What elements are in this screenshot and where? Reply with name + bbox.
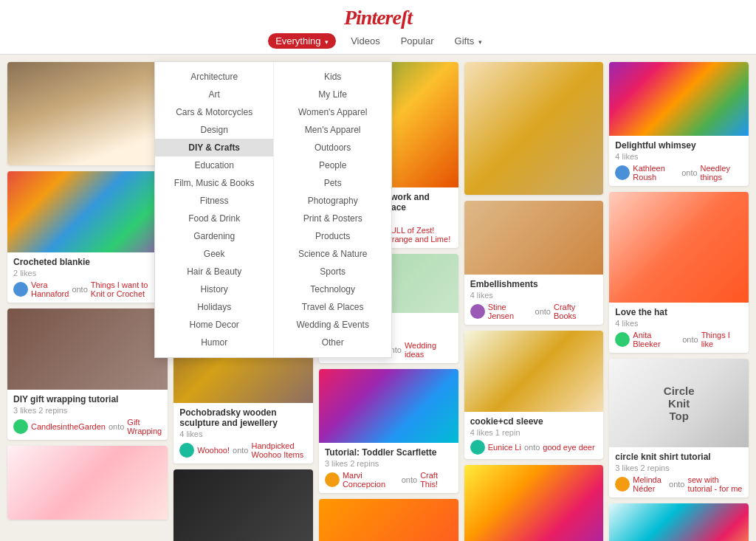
pin-flower-bow-image <box>7 446 168 520</box>
dropdown-gardening[interactable]: Gardening <box>155 227 273 245</box>
pin-diy-wrap-likes: 3 likes 2 repins <box>13 406 162 415</box>
dropdown-film[interactable]: Film, Music & Books <box>155 174 273 192</box>
dropdown-hair[interactable]: Hair & Beauty <box>155 263 273 280</box>
dropdown-photography[interactable]: Photography <box>274 192 391 210</box>
dropdown-wedding[interactable]: Wedding & Events <box>274 316 391 334</box>
pin-col3-bottom[interactable] <box>319 499 458 541</box>
dropdown-sports[interactable]: Sports <box>274 263 391 280</box>
cookies-onto: onto <box>524 443 540 452</box>
pin-crochet[interactable]: Crocheted blankie 2 likes Vera Hannaford… <box>7 171 168 303</box>
pin-delightful-board[interactable]: Needley things <box>701 164 743 182</box>
pin-cookies-username[interactable]: Eunice Li <box>488 443 521 452</box>
nav-everything[interactable]: Everything ▾ <box>268 33 336 49</box>
pin-toddler-username[interactable]: Marvi Concepcion <box>343 471 399 489</box>
pin-sunflower-board[interactable]: FULL of Zest! Orange and Lime! <box>385 226 452 244</box>
pin-embellishments-likes: 4 likes <box>470 291 598 300</box>
pin-yeah-board[interactable]: Wedding ideas <box>405 341 453 359</box>
nav-gifts[interactable]: Gifts ▾ <box>449 32 488 49</box>
dropdown-architecture[interactable]: Architecture <box>155 68 273 86</box>
pin-col3-bottom-image <box>319 499 458 541</box>
pin-love-hat-board[interactable]: Things I like <box>701 331 743 348</box>
dropdown-education[interactable]: Education <box>155 156 273 174</box>
pin-diy-wrap-user: CandlesintheGarden onto Gift Wrapping <box>13 418 162 435</box>
dropdown-holidays[interactable]: Holidays <box>155 298 273 316</box>
pin-love-hat[interactable]: Love the hat 4 likes Anita Bleeker onto … <box>609 192 749 353</box>
ck-onto: onto <box>669 480 684 489</box>
pin-baby[interactable] <box>7 62 168 165</box>
pin-love-hat-image <box>609 192 749 303</box>
dropdown-humor[interactable]: Humor <box>155 334 273 351</box>
pin-cookies-board[interactable]: good eye deer <box>543 443 594 452</box>
pin-circle-knit-user: Melinda Néder onto sew with tutorial - f… <box>615 475 743 493</box>
dropdown-science[interactable]: Science & Nature <box>274 245 391 263</box>
dropdown-kids[interactable]: Kids <box>274 68 391 86</box>
dropdown-travel[interactable]: Travel & Places <box>274 298 391 316</box>
pin-crochet-username[interactable]: Vera Hannaford <box>31 280 69 298</box>
pin-toddler-likes: 3 likes 2 repins <box>325 459 453 468</box>
pin-wooden-sculp-username[interactable]: Woohoo! <box>197 446 230 455</box>
pin-delightful-username[interactable]: Kathleen Roush <box>633 164 678 182</box>
pin-embellishments-username[interactable]: Stine Jensen <box>488 303 532 320</box>
dropdown-home[interactable]: Home Decor <box>155 316 273 334</box>
pin-delightful-avatar <box>615 165 630 180</box>
dropdown-outdoors[interactable]: Outdoors <box>274 139 391 156</box>
pin-wooden-sculp-info: Pochobradsky wooden sculpture and jewell… <box>173 403 313 464</box>
pin-delightful-user: Kathleen Roush onto Needley things <box>615 164 743 182</box>
pin-toddler[interactable]: Tutorial: Toddler Scarflette 3 likes 2 r… <box>319 369 458 493</box>
dropdown-food[interactable]: Food & Drink <box>155 210 273 227</box>
dropdown-mens[interactable]: Men's Apparel <box>274 121 391 139</box>
hat-onto: onto <box>682 335 698 344</box>
dropdown-design[interactable]: Design <box>155 121 273 139</box>
pin-crochet-board[interactable]: Things I want to Knit or Crochet <box>91 280 162 298</box>
pin-toddler-info: Tutorial: Toddler Scarflette 3 likes 2 r… <box>319 443 458 493</box>
dropdown-print[interactable]: Print & Posters <box>274 210 391 227</box>
dropdown-pets[interactable]: Pets <box>274 174 391 192</box>
pin-embellishments[interactable]: Embellishments 4 likes Stine Jensen onto… <box>464 201 604 325</box>
pin-diy-wrap-board[interactable]: Gift Wrapping <box>127 418 162 435</box>
dropdown-mylife[interactable]: My Life <box>274 86 391 103</box>
dropdown-fitness[interactable]: Fitness <box>155 192 273 210</box>
dropdown-col-2: Kids My Life Women's Apparel Men's Appar… <box>273 62 391 357</box>
pin-cookies-info: cookie+cd sleeve 4 likes 1 repin Eunice … <box>464 412 604 459</box>
nav-videos[interactable]: Videos <box>345 32 386 49</box>
pin-wooden-sculp-title: Pochobradsky wooden sculpture and jewell… <box>179 407 307 428</box>
pin-diy-wrap[interactable]: DIY gift wrapping tutorial 3 likes 2 rep… <box>7 309 168 440</box>
dropdown-geek[interactable]: Geek <box>155 245 273 263</box>
pin-circle-knit-username[interactable]: Melinda Néder <box>633 475 666 493</box>
pin-wooden-sculp-user: Woohoo! onto Handpicked Woohoo Items <box>179 441 307 459</box>
pin-diy-wrap-info: DIY gift wrapping tutorial 3 likes 2 rep… <box>7 390 168 440</box>
dropdown-art[interactable]: Art <box>155 86 273 103</box>
pin-triumph[interactable]: Triumph Speed Twin concept 5 likes Mr Ze… <box>173 469 313 541</box>
pin-wooden-sculp-board[interactable]: Handpicked Woohoo Items <box>251 441 306 459</box>
pin-flower-bow[interactable] <box>7 446 168 520</box>
dropdown-cars[interactable]: Cars & Motorcycles <box>155 103 273 121</box>
pin-cookies[interactable]: cookie+cd sleeve 4 likes 1 repin Eunice … <box>464 331 604 459</box>
pin-love-hat-avatar <box>615 332 630 347</box>
dropdown-womens[interactable]: Women's Apparel <box>274 103 391 121</box>
dropdown-people[interactable]: People <box>274 156 391 174</box>
pin-circle-knit-image: Circle Knit Top <box>609 359 749 447</box>
dropdown-technology[interactable]: Technology <box>274 280 391 298</box>
dropdown-products[interactable]: Products <box>274 227 391 245</box>
pin-cookies-title: cookie+cd sleeve <box>470 416 598 427</box>
pin-delightful[interactable]: Delightful whimsey 4 likes Kathleen Rous… <box>609 62 749 186</box>
pin-ornament[interactable] <box>609 503 749 541</box>
pin-baby-image <box>7 62 168 165</box>
pin-bag[interactable] <box>464 62 604 195</box>
pin-love-hat-username[interactable]: Anita Bleeker <box>633 331 679 348</box>
pin-circle-knit-board[interactable]: sew with tutorial - for me <box>687 475 743 493</box>
pin-circle-knit-info: circle knit shirt tutorial 3 likes 2 rep… <box>609 447 749 497</box>
dropdown-history[interactable]: History <box>155 280 273 298</box>
dropdown-diy[interactable]: DIY & Crafts <box>155 139 273 156</box>
nav-popular[interactable]: Popular <box>395 32 440 49</box>
pin-cookies-user: Eunice Li onto good eye deer <box>470 440 598 455</box>
pin-embellishments-board[interactable]: Crafty Books <box>554 303 597 320</box>
pin-diy-wrap-username[interactable]: CandlesintheGarden <box>31 422 106 431</box>
header: Pintereſt Everything ▾ Architecture Art … <box>0 0 756 55</box>
pin-circle-knit[interactable]: Circle Knit Top circle knit shirt tutori… <box>609 359 749 497</box>
pin-happiness[interactable]: Happiness by Amy Tangerine 4 likes 2 rep… <box>464 465 604 541</box>
pin-toddler-board[interactable]: Craft This! <box>420 471 453 489</box>
pin-diy-wrap-image <box>7 309 168 390</box>
dropdown-other[interactable]: Other <box>274 334 391 351</box>
del-onto: onto <box>681 168 697 177</box>
